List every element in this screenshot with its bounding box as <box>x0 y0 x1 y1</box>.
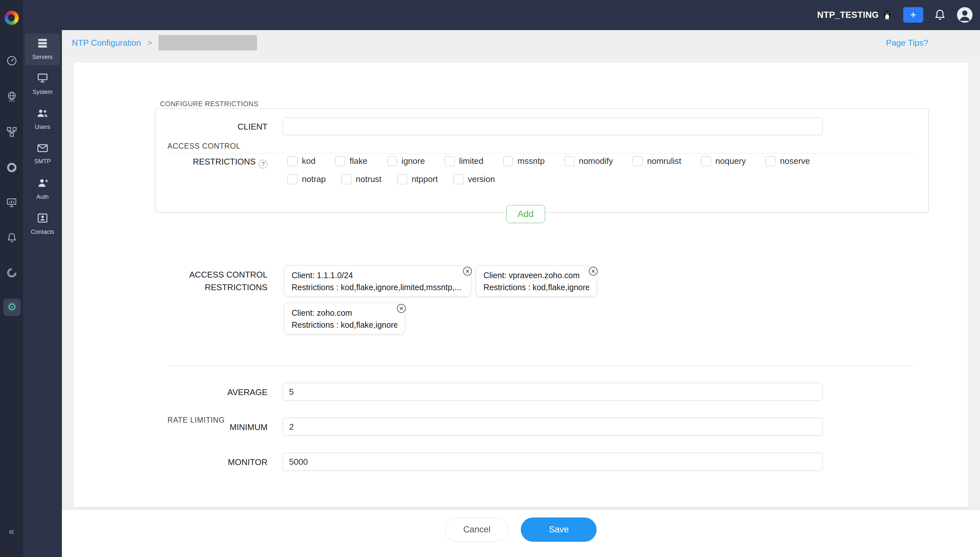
sidebar-item-contacts[interactable]: Contacts <box>25 208 60 239</box>
brand-logo[interactable] <box>5 11 19 25</box>
checkbox-icon[interactable] <box>453 174 464 184</box>
sidebar-item-users[interactable]: Users <box>25 104 60 135</box>
checkbox-icon[interactable] <box>701 156 711 166</box>
restriction-option-noquery[interactable]: noquery <box>701 156 746 166</box>
org-name[interactable]: NTP_TESTING <box>817 10 892 20</box>
penguin-icon <box>882 10 892 20</box>
average-label: AVERAGE <box>130 387 267 397</box>
checkbox-icon[interactable] <box>503 156 513 166</box>
checkbox-icon[interactable] <box>766 156 776 166</box>
sidebar-item-label: SMTP <box>34 158 51 165</box>
contacts-icon <box>37 213 48 226</box>
apps-icon[interactable] <box>3 264 21 282</box>
gear-glyph: ⚙ <box>7 302 16 313</box>
restriction-option-noserve[interactable]: noserve <box>766 156 810 166</box>
restriction-option-version[interactable]: version <box>453 174 495 184</box>
sidebar-item-label: Servers <box>33 54 53 60</box>
breadcrumb-link-ntp-configuration[interactable]: NTP Configuration <box>72 38 141 48</box>
sidebar-item-label: Auth <box>36 193 49 200</box>
devices-icon[interactable] <box>3 194 21 212</box>
user-avatar[interactable] <box>957 7 973 23</box>
restriction-option-notrust[interactable]: notrust <box>341 174 381 184</box>
restriction-option-limited[interactable]: limited <box>444 156 483 166</box>
restriction-option-mssntp[interactable]: mssntp <box>503 156 545 166</box>
page-tips-link[interactable]: Page Tips? <box>886 38 928 48</box>
restrictions-label: RESTRICTIONS? <box>130 157 267 168</box>
restriction-option-flake[interactable]: flake <box>335 156 367 166</box>
sidebar-item-label: Contacts <box>31 228 54 235</box>
sidebar-item-smtp[interactable]: SMTP <box>25 138 60 170</box>
smtp-icon <box>37 143 48 155</box>
settings-gear-icon[interactable]: ⚙ <box>3 298 21 316</box>
system-icon <box>37 73 48 86</box>
restriction-option-nomrulist[interactable]: nomrulist <box>632 156 681 166</box>
topbar-actions: NTP_TESTING + <box>817 0 972 30</box>
form-footer: Cancel Save <box>62 510 980 557</box>
checkbox-icon[interactable] <box>287 156 297 166</box>
sidebar-item-label: Users <box>35 124 50 130</box>
restriction-entry-card: Client: vpraveen.zoho.com Restrictions :… <box>476 265 597 296</box>
remove-entry-icon[interactable] <box>463 267 472 276</box>
entry-restrictions: Restrictions : kod,flake,ignore,limited,… <box>292 282 464 293</box>
minimum-input[interactable] <box>283 418 823 436</box>
client-label: CLIENT <box>130 122 267 132</box>
save-button[interactable]: Save <box>521 518 596 542</box>
entry-client: Client: 1.1.1.0/24 <box>292 269 464 282</box>
restriction-option-notrap[interactable]: notrap <box>287 174 326 184</box>
restriction-entry-card: Client: zoho.com Restrictions : kod,flak… <box>284 303 405 334</box>
topbar: NTP_TESTING + <box>0 0 980 30</box>
monitor-label: MONITOR <box>130 457 267 467</box>
monitor-input[interactable] <box>283 453 823 471</box>
donut-icon[interactable] <box>3 159 21 176</box>
checkbox-icon[interactable] <box>444 156 455 166</box>
alerts-bell-icon[interactable] <box>3 229 21 247</box>
ntp-configuration-panel: ACCESS CONTROL CONFIGURE RESTRICTIONS CL… <box>73 62 969 507</box>
add-restriction-button[interactable]: Add <box>506 205 545 223</box>
checkbox-icon[interactable] <box>287 174 297 184</box>
average-input[interactable] <box>283 383 823 401</box>
app-root: NTP_TESTING + DNS <box>0 0 980 557</box>
checkbox-icon[interactable] <box>335 156 345 166</box>
restriction-option-kod[interactable]: kod <box>287 156 315 166</box>
sidebar-item-label: System <box>33 88 52 96</box>
collapse-sidebar-icon[interactable]: « <box>0 526 23 537</box>
client-input[interactable] <box>283 117 823 136</box>
checkbox-icon[interactable] <box>397 174 407 184</box>
restrictions-row-1: kod flake ignore limited mssntp nomodify… <box>287 156 810 166</box>
svg-text:DNS: DNS <box>9 99 15 102</box>
breadcrumb-separator: > <box>147 38 152 47</box>
checkbox-icon[interactable] <box>632 156 643 166</box>
sidebar-item-auth[interactable]: Auth <box>25 174 60 205</box>
remove-entry-icon[interactable] <box>397 304 406 313</box>
restriction-option-ntpport[interactable]: ntpport <box>397 174 438 184</box>
gauge-icon[interactable] <box>3 52 21 69</box>
cancel-button[interactable]: Cancel <box>445 518 508 542</box>
entry-client: Client: zoho.com <box>292 307 397 319</box>
help-icon[interactable]: ? <box>259 160 267 168</box>
breadcrumb-bar: NTP Configuration > Page Tips? <box>62 30 980 56</box>
entry-restrictions: Restrictions : kod,flake,ignore <box>292 319 397 331</box>
restriction-option-nomodify[interactable]: nomodify <box>565 156 613 166</box>
sidebar: Servers System Users SMTP Auth Contacts <box>23 30 62 557</box>
checkbox-icon[interactable] <box>341 174 351 184</box>
auth-icon <box>37 178 48 191</box>
plus-icon: + <box>910 8 916 22</box>
servers-icon <box>37 38 48 51</box>
dns-icon[interactable]: DNS <box>3 88 21 105</box>
sidebar-item-servers[interactable]: Servers <box>25 34 60 65</box>
entry-client: Client: vpraveen.zoho.com <box>483 269 589 282</box>
quick-add-button[interactable]: + <box>903 7 923 23</box>
remove-entry-icon[interactable] <box>588 267 598 276</box>
minimum-label: MINIMUM <box>130 422 267 432</box>
access-control-restrictions-label: ACCESS CONTROL RESTRICTIONS <box>130 269 267 293</box>
checkbox-icon[interactable] <box>565 156 575 166</box>
restriction-option-ignore[interactable]: ignore <box>387 156 425 166</box>
sidebar-item-system[interactable]: System <box>25 68 60 100</box>
section-divider <box>168 365 914 366</box>
topology-icon[interactable] <box>3 123 21 140</box>
restriction-entry-card: Client: 1.1.1.0/24 Restrictions : kod,fl… <box>284 265 472 296</box>
notifications-bell-icon[interactable] <box>934 9 946 21</box>
entry-restrictions: Restrictions : kod,flake,ignore <box>483 282 589 293</box>
restrictions-row-2: notrap notrust ntpport version <box>287 174 495 184</box>
checkbox-icon[interactable] <box>387 156 397 166</box>
